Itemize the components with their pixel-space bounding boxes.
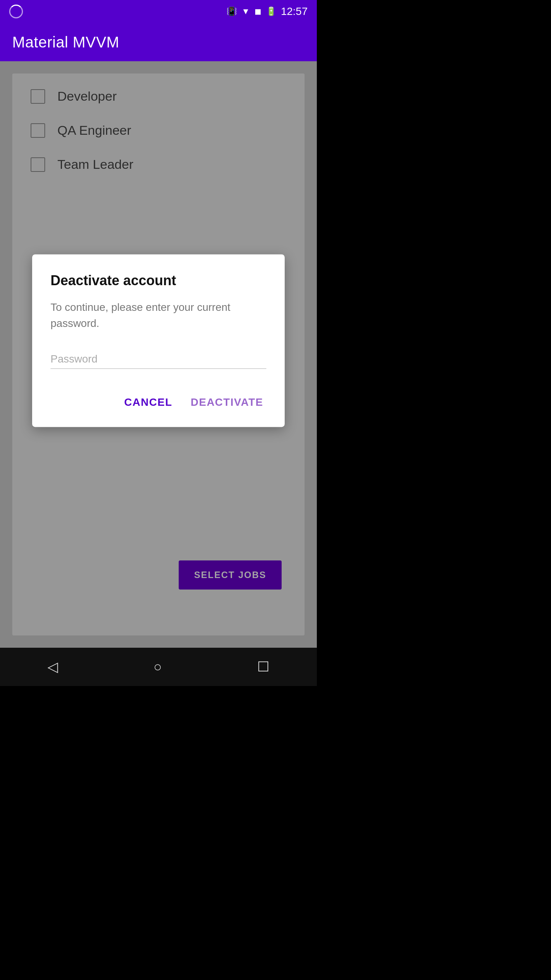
battery-icon: 🔋	[266, 7, 276, 16]
status-bar: 📳 ▼ ◼ 🔋 12:57	[0, 0, 317, 23]
back-icon[interactable]: ◁	[47, 659, 58, 675]
vibrate-icon: 📳	[227, 7, 237, 16]
status-bar-right: 📳 ▼ ◼ 🔋 12:57	[227, 5, 308, 18]
cancel-button[interactable]: CANCEL	[121, 390, 176, 415]
dialog-actions: CANCEL DEACTIVATE	[51, 387, 266, 415]
home-icon[interactable]: ○	[153, 659, 162, 675]
nav-bar: ◁ ○ ☐	[0, 648, 317, 686]
deactivate-button[interactable]: DEACTIVATE	[187, 390, 266, 415]
status-bar-left	[9, 5, 23, 18]
dialog-message: To continue, please enter your current p…	[51, 299, 266, 332]
spinner-icon	[9, 5, 23, 18]
status-time: 12:57	[281, 5, 308, 18]
password-field	[51, 350, 266, 369]
signal-icon: ◼	[254, 7, 261, 16]
dialog-title: Deactivate account	[51, 273, 266, 289]
deactivate-dialog: Deactivate account To continue, please e…	[32, 254, 285, 427]
password-input[interactable]	[51, 350, 266, 369]
app-title: Material MVVM	[12, 34, 119, 51]
recents-icon[interactable]: ☐	[257, 659, 269, 675]
app-bar: Material MVVM	[0, 23, 317, 61]
main-content: Developer QA Engineer Team Leader SELECT…	[0, 61, 317, 648]
wifi-icon: ▼	[241, 7, 250, 16]
